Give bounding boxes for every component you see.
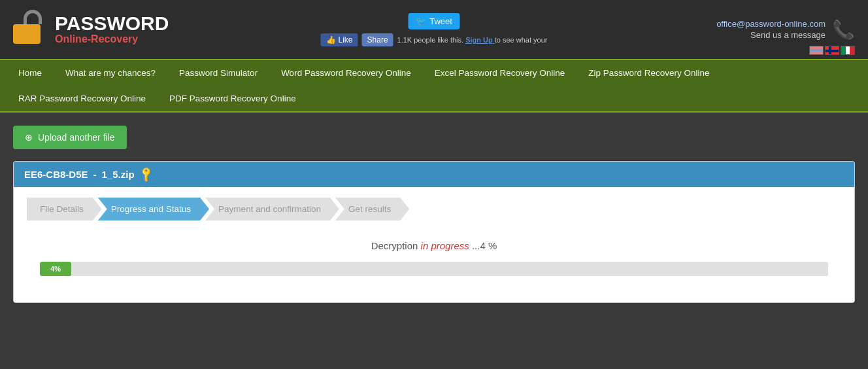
fb-thumbs-icon: 👍 (326, 35, 336, 44)
file-panel: EE6-CB8-D5E - 1_5.zip 🔑 File Details Pro… (13, 161, 855, 303)
tab-file-details-label: File Details (40, 204, 84, 214)
twitter-icon: 🐦 (416, 16, 426, 26)
lock-icon (13, 10, 47, 49)
social-row: 👍 Like Share 1.1K people like this. Sign… (321, 33, 548, 46)
email-link[interactable]: office@password-online.com (716, 19, 826, 29)
in-progress-text: in progress (421, 240, 469, 251)
file-panel-header: EE6-CB8-D5E - 1_5.zip 🔑 (14, 162, 854, 187)
logo-sub: Online-Recovery (55, 33, 169, 45)
progress-bar-container: 4% (40, 262, 828, 276)
nav-zip[interactable]: Zip Password Recovery Online (576, 60, 721, 86)
key-icon: 🔑 (137, 166, 156, 184)
progress-area: Decryption in progress ...4 % 4% (14, 220, 854, 302)
contact-info: office@password-online.com Send us a mes… (716, 19, 826, 40)
nav-row-1: Home What are my chances? Password Simul… (0, 60, 868, 86)
file-dash: - (93, 169, 97, 180)
tab-file-details[interactable]: File Details (27, 198, 102, 220)
logo-main: PASSWORD (55, 14, 169, 33)
nav-row-2: RAR Password Recovery Online PDF Passwor… (0, 86, 868, 111)
nav-rar[interactable]: RAR Password Recovery Online (7, 86, 158, 111)
tab-results-label: Get results (348, 204, 391, 214)
fb-share-button[interactable]: Share (362, 33, 393, 46)
flag-icons (809, 46, 855, 55)
decryption-text: Decryption (371, 240, 418, 251)
fb-like-label: Like (339, 35, 353, 44)
tab-payment-label: Payment and confirmation (218, 204, 321, 214)
send-message-text: Send us a message (750, 30, 826, 40)
tabs: File Details Progress and Status Payment… (14, 187, 854, 220)
phone-icon: 📞 (832, 19, 855, 41)
progress-label: Decryption in progress ...4 % (40, 240, 828, 251)
header: PASSWORD Online-Recovery 🐦 Tweet 👍 Like … (0, 0, 868, 59)
signup-link[interactable]: Sign Up (465, 36, 495, 44)
nav-simulator[interactable]: Password Simulator (167, 60, 269, 86)
tweet-button[interactable]: 🐦 Tweet (408, 13, 460, 29)
flag-no[interactable] (825, 46, 839, 55)
header-center: 🐦 Tweet 👍 Like Share 1.1K people like th… (321, 13, 548, 46)
tab-progress-status[interactable]: Progress and Status (98, 198, 209, 220)
nav-chances[interactable]: What are my chances? (54, 60, 167, 86)
fb-share-label: Share (367, 35, 388, 44)
nav: Home What are my chances? Password Simul… (0, 59, 868, 113)
progress-percent-text: ...4 % (472, 240, 497, 251)
tab-progress-status-label: Progress and Status (111, 204, 191, 214)
fb-like-button[interactable]: 👍 Like (321, 33, 358, 46)
upload-another-button[interactable]: ⊕ Upload another file (13, 126, 127, 149)
upload-btn-label: Upload another file (38, 132, 115, 143)
flag-it[interactable] (841, 46, 855, 55)
upload-circle-icon: ⊕ (25, 132, 33, 143)
logo-area: PASSWORD Online-Recovery (13, 10, 169, 49)
logo-text: PASSWORD Online-Recovery (55, 14, 169, 45)
tab-payment[interactable]: Payment and confirmation (205, 198, 339, 220)
nav-word[interactable]: Word Password Recovery Online (269, 60, 423, 86)
file-name: 1_5.zip (102, 169, 135, 180)
progress-bar-label: 4% (50, 265, 61, 273)
progress-bar-fill: 4% (40, 262, 71, 276)
file-id: EE6-CB8-D5E (24, 169, 88, 180)
header-right: office@password-online.com Send us a mes… (716, 19, 855, 41)
nav-home[interactable]: Home (7, 60, 54, 86)
likes-text: 1.1K people like this. Sign Up to see wh… (397, 36, 548, 44)
tweet-label: Tweet (429, 16, 452, 26)
nav-pdf[interactable]: PDF Password Recovery Online (158, 86, 308, 111)
content: ⊕ Upload another file EE6-CB8-D5E - 1_5.… (0, 113, 868, 316)
flag-gb[interactable] (809, 46, 824, 55)
nav-excel[interactable]: Excel Password Recovery Online (423, 60, 577, 86)
tab-results[interactable]: Get results (335, 198, 409, 220)
